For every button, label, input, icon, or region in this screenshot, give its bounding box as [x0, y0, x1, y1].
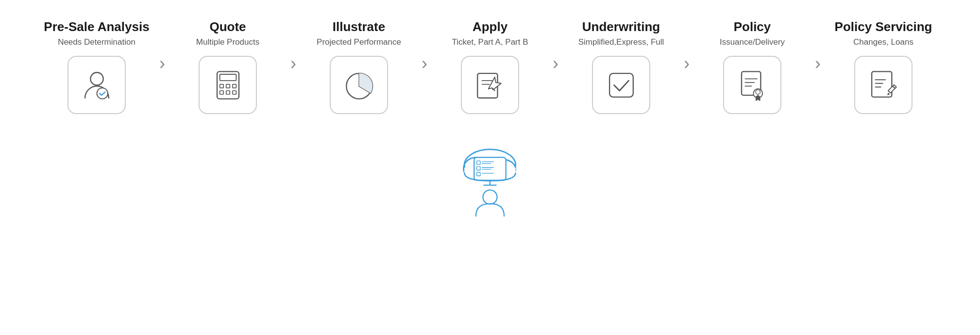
arrow-2: › — [281, 19, 305, 74]
step-policy: Policy Issuance/Delivery — [699, 19, 806, 114]
step-title-apply: Apply — [473, 19, 507, 34]
svg-point-15 — [756, 90, 760, 94]
arrow-3: › — [412, 19, 437, 74]
svg-rect-8 — [226, 90, 230, 94]
step-icon-box-policy-servicing — [854, 56, 912, 114]
svg-rect-6 — [232, 84, 236, 88]
step-subtitle-policy: Issuance/Delivery — [720, 37, 785, 47]
step-title-pre-sale: Pre-Sale Analysis — [44, 19, 149, 34]
svg-rect-4 — [220, 84, 223, 88]
arrow-4: › — [543, 19, 568, 74]
step-icon-box-policy — [723, 56, 781, 114]
checkbox-form-icon — [603, 67, 640, 103]
step-subtitle-underwriting: Simplified,Express, Full — [578, 37, 664, 47]
svg-rect-3 — [220, 74, 236, 81]
step-subtitle-apply: Ticket, Part A, Part B — [452, 37, 528, 47]
step-title-policy: Policy — [734, 19, 771, 34]
step-apply: Apply Ticket, Part A, Part B — [437, 19, 543, 114]
document-edit-icon — [865, 67, 902, 103]
document-ribbon-icon — [734, 67, 771, 103]
step-illustrate: Illustrate Projected Performance — [305, 19, 412, 114]
arrow-6: › — [806, 19, 830, 74]
step-title-illustrate: Illustrate — [333, 19, 385, 34]
svg-rect-9 — [232, 90, 236, 94]
step-subtitle-policy-servicing: Changes, Loans — [853, 37, 913, 47]
step-icon-box-pre-sale — [68, 56, 126, 114]
step-subtitle-quote: Multiple Products — [196, 37, 259, 47]
step-policy-servicing: Policy Servicing Changes, Loans — [830, 19, 937, 114]
svg-rect-2 — [217, 71, 239, 99]
step-icon-box-illustrate — [330, 56, 388, 114]
pie-chart-icon — [341, 67, 377, 103]
person-check-icon — [79, 67, 115, 103]
step-icon-box-apply — [461, 56, 519, 114]
step-title-underwriting: Underwriting — [582, 19, 660, 34]
step-icon-box-quote — [199, 56, 257, 114]
step-title-quote: Quote — [209, 19, 246, 34]
cloud-person-illustration — [441, 129, 539, 226]
step-quote: Quote Multiple Products — [174, 19, 281, 114]
svg-rect-7 — [220, 90, 223, 94]
step-underwriting: Underwriting Simplified,Express, Full — [568, 19, 675, 114]
steps-row: Pre-Sale Analysis Needs Determination › … — [39, 19, 941, 114]
workflow-container: Pre-Sale Analysis Needs Determination › … — [0, 0, 980, 235]
arrow-1: › — [150, 19, 174, 74]
step-subtitle-pre-sale: Needs Determination — [58, 37, 135, 47]
step-title-policy-servicing: Policy Servicing — [835, 19, 932, 34]
svg-rect-5 — [226, 84, 230, 88]
bottom-illustration — [441, 129, 539, 226]
svg-point-0 — [90, 72, 103, 85]
svg-point-1 — [97, 88, 108, 99]
calculator-icon — [210, 67, 246, 103]
step-pre-sale: Pre-Sale Analysis Needs Determination — [43, 19, 150, 114]
arrow-5: › — [675, 19, 699, 74]
send-document-icon — [472, 67, 508, 103]
step-icon-box-underwriting — [592, 56, 650, 114]
step-subtitle-illustrate: Projected Performance — [317, 37, 401, 47]
svg-rect-12 — [609, 73, 633, 97]
svg-point-25 — [483, 190, 497, 204]
